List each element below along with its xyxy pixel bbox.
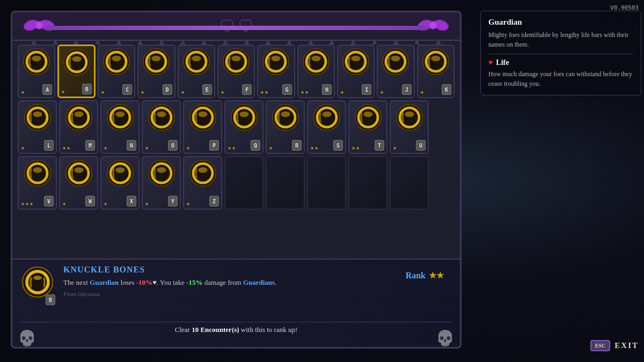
svg-point-89	[405, 112, 414, 117]
grid-cell-X[interactable]: X★	[100, 156, 140, 210]
selected-item-icon: B	[20, 265, 55, 305]
ribbon-decoration	[45, 26, 428, 30]
svg-point-29	[231, 56, 240, 61]
svg-point-49	[431, 56, 440, 61]
desc-hp-loss: -10%	[136, 278, 152, 286]
right-info-panel: Guardian Mighty foes identifiable by len…	[480, 11, 641, 95]
grid-cell-2-8[interactable]	[348, 156, 387, 210]
grid-cell-F[interactable]: F★	[217, 45, 255, 98]
grid-cell-C[interactable]: C★	[98, 45, 135, 98]
rank-up-count: 10 Encounter(s)	[192, 326, 239, 334]
svg-point-105	[157, 167, 166, 173]
grid-cell-V[interactable]: V★★★	[18, 156, 57, 210]
grid-cell-S[interactable]: S★★	[307, 100, 346, 154]
grid-cell-2-6[interactable]	[266, 156, 305, 210]
svg-point-25	[192, 56, 201, 61]
rank-up-message: Clear 10 Encounter(s) with this to rank …	[20, 322, 452, 334]
guardian-card-body: Mighty foes identifiable by lengthy life…	[488, 30, 633, 49]
svg-point-81	[322, 112, 331, 117]
guardian-card-title: Guardian	[488, 18, 633, 27]
desc-guardians2: Guardians	[243, 278, 275, 286]
grid-cell-B[interactable]: B★	[57, 45, 95, 98]
grid-cell-M[interactable]: M★★	[59, 100, 98, 154]
grid-cell-Z[interactable]: Z★	[183, 156, 222, 210]
version-text: V0.90503	[610, 4, 639, 11]
grid-cell-H[interactable]: H★★	[297, 45, 335, 98]
svg-point-45	[391, 56, 400, 61]
grid-cell-Q[interactable]: Q★★	[224, 100, 264, 154]
svg-point-53	[33, 112, 42, 117]
item-description: The next Guardian loses -10%♥. You take …	[63, 277, 452, 288]
svg-point-65	[157, 112, 166, 117]
svg-point-113	[33, 276, 42, 280]
grid-cell-Y[interactable]: Y★	[142, 156, 181, 210]
item-rank: Rank ★★	[406, 270, 444, 280]
grid-cell-E[interactable]: E★	[178, 45, 215, 98]
svg-point-77	[281, 112, 290, 117]
grid-row-2: V★★★ W★ X★ Y★ Z★	[18, 156, 455, 210]
grid-cell-T[interactable]: T★★	[348, 100, 387, 154]
grid-cell-U[interactable]: U★	[390, 100, 429, 154]
svg-point-101	[115, 167, 125, 173]
grid-cell-2-7[interactable]	[307, 156, 346, 210]
svg-point-85	[363, 112, 372, 117]
card-divider	[488, 54, 633, 54]
grid-cell-R[interactable]: R★	[266, 100, 305, 154]
spikes-decoration	[23, 38, 449, 45]
rank-stars: ★★	[429, 270, 444, 280]
svg-point-61	[115, 112, 125, 117]
grid-cell-W[interactable]: W★	[59, 156, 98, 210]
life-title-text: Life	[496, 58, 509, 67]
svg-point-33	[272, 56, 281, 61]
svg-point-73	[239, 112, 248, 117]
grid-cell-D[interactable]: D★	[137, 45, 175, 98]
svg-point-97	[74, 167, 83, 173]
svg-point-17	[112, 56, 121, 61]
skull-decoration-right: 💀	[436, 329, 455, 347]
svg-point-41	[351, 56, 360, 61]
life-heart-icon: ♥	[488, 58, 493, 67]
life-title: ♥ Life	[488, 58, 633, 67]
svg-point-37	[311, 56, 320, 61]
exit-button[interactable]: ESC EXIT	[590, 340, 639, 351]
exit-key-label: ESC	[590, 340, 610, 351]
svg-point-57	[74, 112, 83, 117]
svg-point-9	[32, 56, 41, 61]
keepsake-grid: A★ B★ C★ D★ E★ F★ G★★	[18, 45, 455, 283]
svg-point-69	[198, 112, 207, 117]
svg-point-93	[33, 167, 42, 173]
desc-guardian: Guardian	[90, 278, 119, 286]
svg-point-13	[72, 56, 81, 62]
grid-cell-A[interactable]: A★	[18, 45, 55, 98]
svg-point-2	[35, 21, 43, 29]
grid-cell-G[interactable]: G★★	[257, 45, 295, 98]
grid-cell-K[interactable]: K★	[417, 45, 455, 98]
grid-cell-2-5[interactable]	[224, 156, 264, 210]
life-card-body: How much damage your foes can withstand …	[488, 69, 633, 88]
skull-decoration-left: 💀	[18, 329, 36, 347]
item-title: Knuckle Bones	[63, 265, 452, 275]
grid-cell-P[interactable]: P★	[183, 100, 222, 154]
grid-row-1: L★ M★★ N★ O★ P★ Q★★ R★	[18, 100, 455, 154]
rank-label: Rank	[406, 271, 426, 280]
grid-cell-I[interactable]: I★	[337, 45, 375, 98]
main-panel: A★ B★ C★ D★ E★ F★ G★★	[11, 11, 462, 349]
exit-label: EXIT	[614, 341, 639, 350]
svg-point-21	[152, 56, 161, 61]
grid-cell-J[interactable]: J★	[377, 45, 414, 98]
svg-point-109	[198, 167, 207, 173]
desc-dmg-reduce: -15%	[186, 278, 202, 286]
grid-cell-2-9[interactable]	[390, 156, 429, 210]
svg-point-5	[429, 21, 437, 29]
item-info-bar: B Knuckle Bones Rank ★★ The next Guardia…	[12, 258, 460, 347]
grid-cell-O[interactable]: O★	[142, 100, 181, 154]
item-source: From Odysseus	[63, 291, 452, 297]
grid-cell-L[interactable]: L★	[18, 100, 57, 154]
grid-cell-N[interactable]: N★	[100, 100, 140, 154]
grid-row-0: A★ B★ C★ D★ E★ F★ G★★	[18, 45, 455, 98]
guardian-info-card: Guardian Mighty foes identifiable by len…	[480, 11, 641, 95]
